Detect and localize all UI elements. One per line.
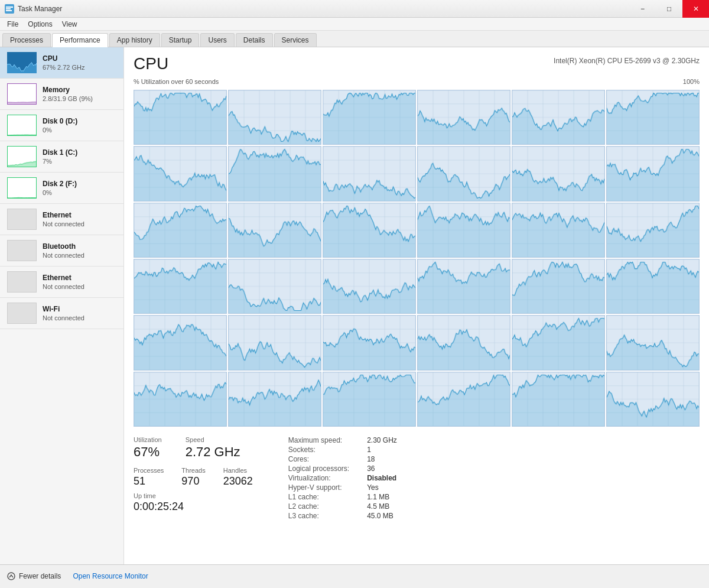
sidebar-ethernet1-value: Not connected xyxy=(43,220,116,228)
handles-value: 23062 xyxy=(223,475,253,488)
threads-value: 970 xyxy=(181,475,205,488)
cpu-core-12 xyxy=(134,203,227,258)
cpu-model: Intel(R) Xeon(R) CPU E5-2699 v3 @ 2.30GH… xyxy=(554,57,700,65)
max-speed-val: 2.30 GHz xyxy=(367,436,397,444)
minimize-button[interactable]: − xyxy=(629,0,656,18)
virt-val: Disabled xyxy=(367,474,397,482)
utilization-label: Utilization xyxy=(134,436,162,443)
sidebar-item-disk0[interactable]: Disk 0 (D:) 0% xyxy=(0,110,123,141)
hyperv-key: Hyper-V support: xyxy=(288,483,349,492)
handles-group: Handles 23062 xyxy=(223,467,253,488)
svg-rect-2 xyxy=(6,8,11,9)
cpu-title: CPU xyxy=(134,54,168,73)
cpu-core-24 xyxy=(134,315,227,370)
cpu-core-29 xyxy=(606,315,700,370)
tab-processes[interactable]: Processes xyxy=(2,33,51,47)
sidebar-cpu-value: 67% 2.72 GHz xyxy=(43,64,116,71)
disk0-thumbnail xyxy=(7,115,37,136)
uptime-value: 0:00:25:24 xyxy=(134,501,253,513)
restore-button[interactable]: □ xyxy=(656,0,682,18)
cpu-core-5 xyxy=(606,90,700,145)
cpu-core-28 xyxy=(512,315,605,370)
svg-point-4 xyxy=(8,573,15,580)
sockets-key: Sockets: xyxy=(288,446,349,454)
utilization-group: Utilization 67% xyxy=(134,436,162,460)
cpu-core-13 xyxy=(228,203,321,258)
tab-apphistory[interactable]: App history xyxy=(109,33,160,47)
memory-thumbnail xyxy=(7,83,37,105)
sidebar-item-disk2[interactable]: Disk 2 (F:) 0% xyxy=(0,173,123,204)
tab-bar: Processes Performance App history Startu… xyxy=(0,31,709,47)
close-button[interactable]: ✕ xyxy=(682,0,709,18)
cpu-core-27 xyxy=(417,315,510,370)
cpu-core-2 xyxy=(323,90,416,145)
cpu-core-33 xyxy=(417,372,510,427)
sidebar-item-wifi[interactable]: Wi-Fi Not connected xyxy=(0,298,123,329)
speed-label: Speed xyxy=(186,436,240,443)
virt-key: Virtualization: xyxy=(288,474,349,482)
ethernet2-thumbnail xyxy=(7,271,37,293)
cpu-core-16 xyxy=(512,203,605,258)
uptime-label: Up time xyxy=(134,492,253,499)
fewer-details-button[interactable]: Fewer details xyxy=(7,572,61,580)
threads-group: Threads 970 xyxy=(181,467,205,488)
cpu-core-32 xyxy=(323,372,416,427)
bottom-bar: Fewer details Open Resource Monitor xyxy=(0,564,709,587)
cpu-core-22 xyxy=(512,259,605,314)
sidebar-disk2-label: Disk 2 (F:) xyxy=(43,180,116,188)
speed-group: Speed 2.72 GHz xyxy=(186,436,240,460)
title-bar: Task Manager − □ ✕ xyxy=(0,0,709,18)
chevron-up-icon xyxy=(7,572,15,580)
cpu-info-table: Maximum speed: 2.30 GHz Sockets: 1 Cores… xyxy=(288,436,397,520)
sidebar-item-memory[interactable]: Memory 2.8/31.9 GB (9%) xyxy=(0,79,123,110)
menu-view[interactable]: View xyxy=(57,19,82,30)
main-content: CPU 67% 2.72 GHz Memory 2.8/31.9 GB (9%)… xyxy=(0,47,709,564)
cpu-core-20 xyxy=(323,259,416,314)
utilization-value: 67% xyxy=(134,444,162,460)
l2-val: 4.5 MB xyxy=(367,502,397,511)
bluetooth-thumbnail xyxy=(7,240,37,261)
l1-val: 1.1 MB xyxy=(367,493,397,501)
cores-key: Cores: xyxy=(288,455,349,463)
cpu-core-17 xyxy=(606,203,700,258)
l1-key: L1 cache: xyxy=(288,493,349,501)
sidebar-item-ethernet2[interactable]: Ethernet Not connected xyxy=(0,267,123,298)
chart-label: % Utilization over 60 seconds xyxy=(134,78,219,85)
max-speed-key: Maximum speed: xyxy=(288,436,349,444)
sidebar-item-ethernet1[interactable]: Ethernet Not connected xyxy=(0,204,123,235)
hyperv-val: Yes xyxy=(367,483,397,492)
menu-file[interactable]: File xyxy=(2,19,23,30)
cpu-core-8 xyxy=(323,146,416,201)
logical-val: 36 xyxy=(367,464,397,473)
tab-users[interactable]: Users xyxy=(200,33,234,47)
svg-rect-3 xyxy=(6,10,12,11)
tab-performance[interactable]: Performance xyxy=(52,33,108,47)
sidebar-disk0-value: 0% xyxy=(43,126,116,134)
sidebar-bluetooth-value: Not connected xyxy=(43,252,116,259)
open-resource-monitor-link[interactable]: Open Resource Monitor xyxy=(73,572,148,580)
sockets-val: 1 xyxy=(367,446,397,454)
cpu-core-3 xyxy=(417,90,510,145)
fewer-details-label: Fewer details xyxy=(19,572,61,580)
tab-services[interactable]: Services xyxy=(274,33,317,47)
sidebar-memory-value: 2.8/31.9 GB (9%) xyxy=(43,95,116,102)
title-bar-left: Task Manager xyxy=(5,4,62,14)
cpu-header: CPU Intel(R) Xeon(R) CPU E5-2699 v3 @ 2.… xyxy=(134,54,700,73)
sidebar-item-cpu[interactable]: CPU 67% 2.72 GHz xyxy=(0,47,123,79)
sidebar-disk1-label: Disk 1 (C:) xyxy=(43,148,116,157)
sidebar-item-disk1[interactable]: Disk 1 (C:) 7% xyxy=(0,141,123,173)
logical-key: Logical processors: xyxy=(288,464,349,473)
cpu-core-9 xyxy=(417,146,510,201)
sidebar-wifi-value: Not connected xyxy=(43,314,116,321)
uptime-group: Up time 0:00:25:24 xyxy=(134,492,253,513)
cpu-thumbnail xyxy=(7,52,37,73)
tab-details[interactable]: Details xyxy=(236,33,273,47)
processes-group: Processes 51 xyxy=(134,467,164,488)
cores-val: 18 xyxy=(367,455,397,463)
sidebar-disk0-label: Disk 0 (D:) xyxy=(43,117,116,125)
menu-options[interactable]: Options xyxy=(23,19,57,30)
cpu-core-1 xyxy=(228,90,321,145)
tab-startup[interactable]: Startup xyxy=(161,33,200,47)
sidebar-item-bluetooth[interactable]: Bluetooth Not connected xyxy=(0,235,123,267)
cpu-core-23 xyxy=(606,259,700,314)
